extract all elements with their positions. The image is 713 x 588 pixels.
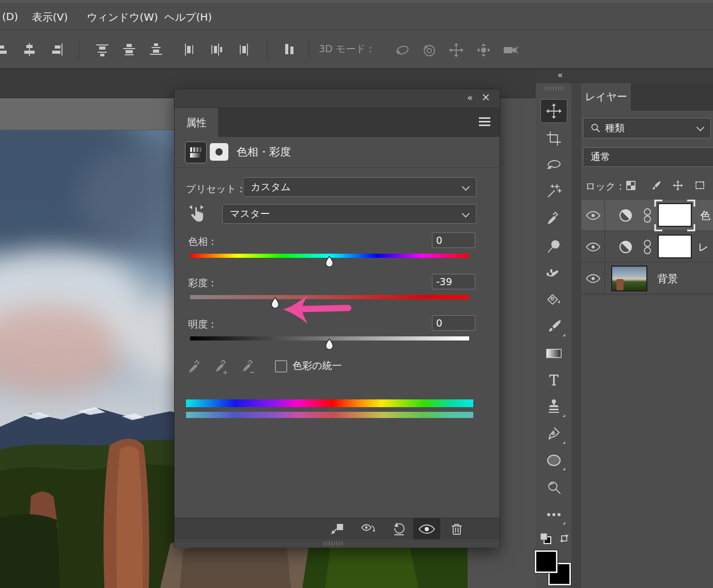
clone-stamp-tool-icon[interactable] [540, 395, 567, 419]
menu-item-view[interactable]: 表示(V) [32, 10, 68, 24]
layer-mask-thumbnail[interactable] [658, 235, 692, 258]
align-vertical-centers-icon[interactable] [22, 42, 37, 57]
distribute-right-edges-icon[interactable] [236, 42, 251, 57]
chevron-down-icon [462, 183, 470, 191]
preset-value: カスタム [251, 180, 291, 194]
magic-wand-tool-icon[interactable] [540, 179, 567, 203]
3d-orbit-icon[interactable] [394, 42, 409, 57]
saturation-slider-handle[interactable] [270, 297, 280, 308]
magnifier-tool-icon[interactable] [540, 235, 567, 258]
panel-menu-icon[interactable] [479, 117, 490, 126]
pen-tool-icon[interactable] [540, 422, 567, 446]
layer-row-background[interactable]: 背景 [581, 263, 713, 294]
properties-title-bar[interactable]: « × [175, 89, 500, 108]
3d-slide-icon[interactable] [475, 42, 491, 57]
lock-transparency-icon[interactable] [625, 180, 638, 192]
menu-item-cut-off[interactable]: (D) [2, 10, 18, 23]
default-colors-icon[interactable] [539, 532, 552, 545]
zoom-tool-icon[interactable] [540, 476, 567, 500]
properties-tab-strip: 属性 [175, 108, 500, 137]
adjustment-thumbnail-icon[interactable] [185, 142, 207, 163]
lightness-input[interactable] [432, 315, 475, 331]
eyedropper-tool-icon[interactable] [540, 206, 567, 230]
collapse-panel-icon[interactable]: « [467, 92, 473, 103]
brush-tool-icon[interactable] [540, 315, 567, 338]
view-previous-state-icon[interactable] [361, 522, 376, 536]
hue-slider-handle[interactable] [324, 256, 334, 267]
layer-visibility-toggle[interactable] [581, 200, 605, 230]
hue-label: 色相 : [188, 235, 214, 249]
preset-dropdown[interactable]: カスタム [243, 177, 476, 197]
crop-tool-icon[interactable] [540, 127, 567, 150]
lasso-tool-icon[interactable] [540, 152, 567, 176]
saturation-input[interactable] [432, 274, 475, 289]
move-tool-icon[interactable] [540, 99, 567, 123]
mask-link-icon[interactable] [642, 238, 653, 256]
layer-row-hue-saturation[interactable]: 色 [581, 200, 713, 231]
blend-mode-dropdown[interactable]: 通常 [583, 147, 713, 167]
chevron-down-icon [696, 123, 705, 132]
distribute-horizontal-centers-icon[interactable] [209, 42, 224, 57]
toggle-visibility-button[interactable] [413, 518, 440, 540]
saturation-slider-track[interactable] [190, 295, 469, 299]
properties-panel: « × 属性 色相・彩度 プリセット : カスタム マスター [174, 89, 500, 548]
close-panel-icon[interactable]: × [481, 91, 490, 103]
distribute-left-edges-icon[interactable] [182, 42, 197, 57]
mask-icon[interactable] [210, 143, 228, 161]
3d-roll-icon[interactable] [421, 42, 437, 57]
3d-camera-icon[interactable] [502, 42, 518, 57]
distribute-spacing-icon[interactable] [282, 42, 297, 57]
eyedropper-icon[interactable] [187, 358, 203, 375]
lock-artboard-icon[interactable] [694, 180, 706, 192]
adjustment-layer-icon[interactable] [618, 240, 633, 254]
clip-to-layer-icon[interactable] [330, 522, 345, 536]
align-left-edges-icon[interactable] [0, 42, 10, 57]
gradient-tool-icon[interactable] [540, 342, 567, 365]
foreground-color-swatch[interactable] [535, 550, 557, 573]
colorize-checkbox[interactable] [275, 360, 287, 373]
panel-resize-grip[interactable] [175, 539, 500, 548]
toolbar-grip[interactable] [545, 86, 564, 90]
hand-tool-icon[interactable] [540, 262, 567, 286]
adjustment-layer-icon[interactable] [618, 208, 633, 223]
align-bottom-edges-icon[interactable] [148, 42, 164, 57]
layer-visibility-toggle[interactable] [581, 231, 605, 262]
layer-visibility-toggle[interactable] [581, 263, 605, 293]
options-separator [309, 39, 309, 60]
paint-bucket-tool-icon[interactable] [540, 288, 567, 312]
tab-properties[interactable]: 属性 [175, 108, 218, 137]
preset-label: プリセット : [186, 182, 243, 196]
more-tools-icon[interactable] [540, 503, 567, 527]
channel-dropdown[interactable]: マスター [222, 204, 476, 224]
eyedropper-plus-icon[interactable] [214, 358, 229, 375]
menu-item-window[interactable]: ウィンドウ(W) [87, 10, 158, 24]
tab-layers[interactable]: レイヤー [581, 83, 631, 111]
collapse-tools-icon[interactable]: « [557, 70, 563, 80]
hue-input[interactable] [432, 233, 475, 248]
delete-trash-icon[interactable] [450, 522, 465, 536]
targeted-adjustment-icon[interactable] [187, 202, 207, 224]
swap-colors-icon[interactable] [557, 532, 571, 545]
ellipse-tool-icon[interactable] [540, 448, 567, 472]
dock-divider[interactable] [572, 83, 581, 588]
reset-icon[interactable] [392, 522, 407, 536]
lock-pixels-brush-icon[interactable] [650, 180, 662, 192]
layer-name: 背景 [657, 272, 678, 286]
menu-item-help[interactable]: ヘルプ(H) [164, 10, 212, 24]
background-layer-thumbnail[interactable] [611, 266, 647, 291]
options-separator [79, 39, 79, 60]
type-tool-icon[interactable]: T [540, 369, 567, 393]
layer-row-adjustment-2[interactable]: レ [581, 231, 713, 262]
align-top-edges-icon[interactable] [95, 42, 110, 57]
eye-icon [418, 523, 436, 535]
mask-link-icon[interactable] [642, 206, 653, 225]
3d-pan-icon[interactable] [448, 42, 463, 57]
align-right-edges-icon[interactable] [49, 42, 64, 57]
3d-mode-label: 3D モード : [319, 42, 372, 56]
layer-filter-dropdown[interactable]: 種類 [583, 118, 711, 138]
lock-position-icon[interactable] [672, 180, 685, 192]
eyedropper-minus-icon[interactable] [241, 358, 256, 375]
lightness-slider-handle[interactable] [324, 338, 334, 350]
align-horizontal-centers-icon[interactable] [121, 42, 137, 57]
output-spectrum-bar [186, 412, 473, 418]
